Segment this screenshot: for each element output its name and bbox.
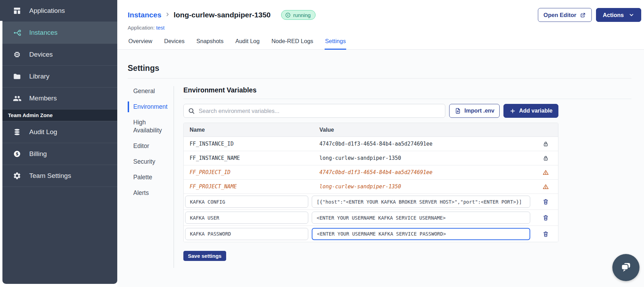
actions-button[interactable]: Actions: [596, 8, 641, 22]
open-editor-label: Open Editor: [543, 12, 576, 18]
breadcrumb: Instances long-curlew-sandpiper-1350 run…: [128, 10, 316, 20]
tab-audit-log[interactable]: Audit Log: [235, 36, 260, 50]
settings-title: Settings: [128, 64, 631, 79]
audit-log-icon: [13, 128, 22, 137]
breadcrumb-instances-link[interactable]: Instances: [128, 11, 161, 19]
search-icon: [188, 107, 195, 115]
sidebar-item-label: Applications: [29, 7, 65, 15]
sidebar: Applications Instances Devices Library M…: [2, 0, 117, 284]
gear-icon: [13, 171, 22, 180]
save-settings-button[interactable]: Save settings: [183, 251, 226, 261]
trash-icon[interactable]: [533, 198, 558, 205]
warning-icon: [533, 169, 558, 176]
open-editor-button[interactable]: Open Editor: [538, 8, 592, 22]
env-var-name-input[interactable]: [185, 228, 308, 240]
status-badge: running: [281, 10, 316, 20]
sidebar-item-label: Billing: [29, 150, 47, 158]
settings-section: Settings General Environment High Availa…: [117, 50, 644, 287]
search-box: [183, 104, 445, 118]
sidebar-item-label: Team Settings: [29, 172, 71, 180]
subnav-environment[interactable]: Environment: [128, 103, 174, 111]
env-var-name: FF_PROJECT_NAME: [184, 183, 312, 190]
column-header-value: Value: [312, 127, 533, 133]
instances-icon: [13, 28, 22, 37]
environment-variables-title: Environment Variables: [183, 86, 631, 99]
table-row: [184, 194, 558, 210]
plus-icon: [509, 108, 516, 114]
env-var-name: FF_PROJECT_ID: [184, 169, 312, 175]
trash-icon[interactable]: [533, 230, 558, 238]
table-row: FF_PROJECT_ID 4747c0bd-d1f3-4654-84b4-aa…: [184, 165, 558, 180]
add-variable-button[interactable]: Add variable: [503, 104, 558, 118]
sidebar-item-billing[interactable]: $ Billing: [2, 143, 117, 165]
import-env-label: Import .env: [464, 108, 494, 114]
sidebar-item-label: Audit Log: [29, 128, 57, 136]
import-env-icon: [454, 107, 461, 114]
env-var-name: FF_INSTANCE_ID: [184, 141, 312, 147]
sidebar-item-members[interactable]: Members: [2, 88, 117, 109]
env-var-value-input[interactable]: [312, 196, 530, 208]
sidebar-item-label: Library: [29, 73, 49, 80]
instance-name-title: long-curlew-sandpiper-1350: [174, 11, 271, 19]
import-env-button[interactable]: Import .env: [449, 104, 500, 118]
tab-node-red-logs[interactable]: Node-RED Logs: [271, 36, 313, 50]
members-icon: [13, 94, 22, 103]
add-variable-label: Add variable: [519, 108, 552, 114]
sidebar-item-team-settings[interactable]: Team Settings: [2, 165, 117, 187]
chevron-down-icon: [628, 12, 635, 18]
sidebar-item-library[interactable]: Library: [2, 66, 117, 88]
env-var-value: 4747c0bd-d1f3-4654-84b4-aa5d274691ee: [312, 169, 533, 175]
env-var-name-input[interactable]: [185, 212, 308, 224]
table-row: [184, 226, 558, 242]
devices-icon: [13, 50, 22, 59]
settings-subnav: General Environment High Availability Ed…: [128, 86, 174, 268]
actions-label: Actions: [603, 12, 624, 18]
subnav-alerts[interactable]: Alerts: [128, 189, 174, 197]
env-var-value-input[interactable]: [312, 212, 530, 224]
warning-icon: [533, 183, 558, 190]
tab-bar: Overview Devices Snapshots Audit Log Nod…: [117, 36, 644, 50]
column-header-name: Name: [184, 127, 312, 133]
lock-icon: [533, 140, 558, 148]
chat-bubble-icon: [619, 260, 633, 275]
env-var-value: 4747c0bd-d1f3-4654-84b4-aa5d274691ee: [312, 141, 533, 147]
play-circle-icon: [285, 12, 291, 18]
env-var-name: FF_INSTANCE_NAME: [184, 155, 312, 161]
subnav-high-availability[interactable]: High Availability: [128, 118, 174, 134]
svg-text:$: $: [16, 151, 19, 156]
env-var-value-input-focused[interactable]: [312, 228, 530, 240]
breadcrumb-chevron-icon: [165, 12, 170, 18]
sidebar-item-applications[interactable]: Applications: [2, 0, 117, 22]
search-input[interactable]: [199, 108, 441, 114]
subnav-editor[interactable]: Editor: [128, 142, 174, 150]
chat-widget-button[interactable]: [612, 254, 639, 281]
tab-settings[interactable]: Settings: [325, 36, 346, 50]
tab-devices[interactable]: Devices: [164, 36, 185, 50]
tab-snapshots[interactable]: Snapshots: [196, 36, 224, 50]
sidebar-item-instances[interactable]: Instances: [2, 22, 117, 44]
external-link-icon: [580, 12, 586, 18]
sidebar-item-devices[interactable]: Devices: [2, 44, 117, 66]
lock-icon: [533, 155, 558, 162]
subnav-security[interactable]: Security: [128, 158, 174, 166]
page-header: Instances long-curlew-sandpiper-1350 run…: [117, 0, 644, 31]
env-var-name-input[interactable]: [185, 196, 308, 208]
table-row: FF_PROJECT_NAME long-curlew-sandpiper-13…: [184, 180, 558, 194]
table-header: Name Value: [184, 123, 558, 137]
application-link[interactable]: test: [156, 25, 165, 31]
team-admin-zone-label: Team Admin Zone: [2, 109, 117, 121]
trash-icon[interactable]: [533, 214, 558, 221]
main-content: Instances long-curlew-sandpiper-1350 run…: [117, 0, 644, 287]
tab-overview[interactable]: Overview: [128, 36, 153, 50]
application-label: Application:: [128, 25, 155, 31]
subnav-palette[interactable]: Palette: [128, 173, 174, 181]
subnav-general[interactable]: General: [128, 87, 174, 95]
environment-panel: Environment Variables Import .env: [174, 86, 631, 268]
status-badge-label: running: [293, 12, 311, 18]
env-variables-table: Name Value FF_INSTANCE_ID 4747c0bd-d1f3-…: [183, 123, 558, 242]
table-row: [184, 210, 558, 226]
sidebar-item-label: Instances: [29, 29, 57, 36]
library-folder-icon: [13, 72, 22, 81]
sidebar-item-audit-log[interactable]: Audit Log: [2, 121, 117, 143]
sidebar-item-label: Devices: [29, 51, 53, 58]
